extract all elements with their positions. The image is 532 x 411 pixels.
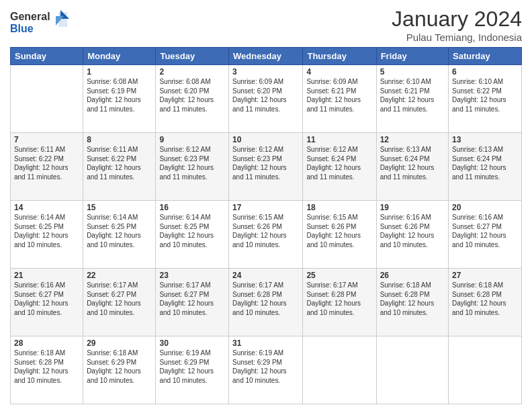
calendar-cell: 18Sunrise: 6:15 AM Sunset: 6:26 PM Dayli…	[303, 201, 376, 269]
day-info: Sunrise: 6:12 AM Sunset: 6:24 PM Dayligh…	[306, 145, 372, 181]
calendar-cell	[11, 65, 83, 133]
day-number: 12	[380, 135, 445, 144]
logo-area: General Blue	[10, 7, 71, 39]
col-friday: Friday	[376, 48, 448, 65]
day-info: Sunrise: 6:12 AM Sunset: 6:23 PM Dayligh…	[159, 145, 225, 181]
day-number: 17	[232, 203, 299, 212]
day-number: 22	[87, 271, 152, 280]
day-number: 23	[159, 271, 225, 280]
day-number: 29	[87, 338, 152, 348]
calendar-week-row: 28Sunrise: 6:18 AM Sunset: 6:28 PM Dayli…	[11, 336, 522, 404]
calendar-cell: 20Sunrise: 6:16 AM Sunset: 6:27 PM Dayli…	[449, 201, 522, 269]
day-info: Sunrise: 6:09 AM Sunset: 6:21 PM Dayligh…	[306, 77, 372, 113]
day-info: Sunrise: 6:18 AM Sunset: 6:28 PM Dayligh…	[452, 281, 518, 317]
day-info: Sunrise: 6:17 AM Sunset: 6:28 PM Dayligh…	[232, 281, 299, 317]
calendar-cell: 13Sunrise: 6:13 AM Sunset: 6:24 PM Dayli…	[449, 133, 522, 201]
calendar-cell: 28Sunrise: 6:18 AM Sunset: 6:28 PM Dayli…	[11, 336, 83, 404]
day-info: Sunrise: 6:16 AM Sunset: 6:27 PM Dayligh…	[452, 213, 518, 249]
calendar-cell: 17Sunrise: 6:15 AM Sunset: 6:26 PM Dayli…	[229, 201, 303, 269]
svg-text:Blue: Blue	[10, 23, 34, 34]
day-info: Sunrise: 6:14 AM Sunset: 6:25 PM Dayligh…	[87, 213, 152, 249]
day-number: 19	[380, 203, 445, 212]
day-info: Sunrise: 6:17 AM Sunset: 6:27 PM Dayligh…	[87, 281, 152, 317]
col-thursday: Thursday	[303, 48, 376, 65]
day-info: Sunrise: 6:14 AM Sunset: 6:25 PM Dayligh…	[159, 213, 225, 249]
calendar-cell: 7Sunrise: 6:11 AM Sunset: 6:22 PM Daylig…	[11, 133, 83, 201]
day-number: 27	[452, 271, 518, 280]
calendar-week-row: 14Sunrise: 6:14 AM Sunset: 6:25 PM Dayli…	[11, 201, 522, 269]
calendar-cell: 21Sunrise: 6:16 AM Sunset: 6:27 PM Dayli…	[11, 269, 83, 336]
calendar-cell: 26Sunrise: 6:18 AM Sunset: 6:28 PM Dayli…	[376, 269, 448, 336]
calendar-cell: 2Sunrise: 6:08 AM Sunset: 6:20 PM Daylig…	[156, 65, 229, 133]
col-wednesday: Wednesday	[229, 48, 303, 65]
day-info: Sunrise: 6:10 AM Sunset: 6:22 PM Dayligh…	[452, 77, 518, 113]
calendar-cell: 29Sunrise: 6:18 AM Sunset: 6:29 PM Dayli…	[83, 336, 156, 404]
day-number: 15	[87, 203, 152, 212]
day-info: Sunrise: 6:08 AM Sunset: 6:19 PM Dayligh…	[87, 77, 152, 113]
calendar-cell: 15Sunrise: 6:14 AM Sunset: 6:25 PM Dayli…	[83, 201, 156, 269]
calendar-cell: 10Sunrise: 6:12 AM Sunset: 6:23 PM Dayli…	[229, 133, 303, 201]
day-info: Sunrise: 6:17 AM Sunset: 6:28 PM Dayligh…	[306, 281, 372, 317]
calendar-cell: 31Sunrise: 6:19 AM Sunset: 6:29 PM Dayli…	[229, 336, 303, 404]
day-info: Sunrise: 6:15 AM Sunset: 6:26 PM Dayligh…	[232, 213, 299, 249]
location-title: Pulau Temiang, Indonesia	[392, 32, 522, 43]
day-number: 7	[14, 135, 79, 144]
calendar-cell: 11Sunrise: 6:12 AM Sunset: 6:24 PM Dayli…	[303, 133, 376, 201]
calendar-cell: 25Sunrise: 6:17 AM Sunset: 6:28 PM Dayli…	[303, 269, 376, 336]
day-info: Sunrise: 6:15 AM Sunset: 6:26 PM Dayligh…	[306, 213, 372, 249]
header-row: Sunday Monday Tuesday Wednesday Thursday…	[11, 48, 522, 65]
day-info: Sunrise: 6:18 AM Sunset: 6:28 PM Dayligh…	[380, 281, 445, 317]
calendar-cell: 19Sunrise: 6:16 AM Sunset: 6:26 PM Dayli…	[376, 201, 448, 269]
calendar-week-row: 1Sunrise: 6:08 AM Sunset: 6:19 PM Daylig…	[11, 65, 522, 133]
page-header: General Blue January 2024 Pulau Temiang,…	[10, 7, 522, 43]
calendar-table: Sunday Monday Tuesday Wednesday Thursday…	[10, 47, 522, 404]
calendar-cell: 6Sunrise: 6:10 AM Sunset: 6:22 PM Daylig…	[449, 65, 522, 133]
calendar-cell	[449, 336, 522, 404]
calendar-cell: 4Sunrise: 6:09 AM Sunset: 6:21 PM Daylig…	[303, 65, 376, 133]
day-number: 5	[380, 67, 445, 77]
day-number: 13	[452, 135, 518, 144]
day-info: Sunrise: 6:10 AM Sunset: 6:21 PM Dayligh…	[380, 77, 445, 113]
calendar-cell	[303, 336, 376, 404]
calendar-cell: 24Sunrise: 6:17 AM Sunset: 6:28 PM Dayli…	[229, 269, 303, 336]
title-area: January 2024 Pulau Temiang, Indonesia	[392, 7, 522, 43]
day-info: Sunrise: 6:17 AM Sunset: 6:27 PM Dayligh…	[159, 281, 225, 317]
calendar-cell	[376, 336, 448, 404]
col-saturday: Saturday	[449, 48, 522, 65]
day-number: 20	[452, 203, 518, 212]
day-number: 8	[87, 135, 152, 144]
calendar-cell: 3Sunrise: 6:09 AM Sunset: 6:20 PM Daylig…	[229, 65, 303, 133]
day-info: Sunrise: 6:19 AM Sunset: 6:29 PM Dayligh…	[159, 349, 225, 385]
day-info: Sunrise: 6:16 AM Sunset: 6:26 PM Dayligh…	[380, 213, 445, 249]
day-number: 26	[380, 271, 445, 280]
calendar-cell: 5Sunrise: 6:10 AM Sunset: 6:21 PM Daylig…	[376, 65, 448, 133]
day-info: Sunrise: 6:16 AM Sunset: 6:27 PM Dayligh…	[14, 281, 79, 317]
calendar-cell: 1Sunrise: 6:08 AM Sunset: 6:19 PM Daylig…	[83, 65, 156, 133]
day-number: 25	[306, 271, 372, 280]
calendar-week-row: 7Sunrise: 6:11 AM Sunset: 6:22 PM Daylig…	[11, 133, 522, 201]
calendar-page: General Blue January 2024 Pulau Temiang,…	[0, 0, 532, 411]
col-tuesday: Tuesday	[156, 48, 229, 65]
calendar-week-row: 21Sunrise: 6:16 AM Sunset: 6:27 PM Dayli…	[11, 269, 522, 336]
day-number: 21	[14, 271, 79, 280]
day-number: 6	[452, 67, 518, 77]
day-number: 9	[159, 135, 225, 144]
calendar-cell: 30Sunrise: 6:19 AM Sunset: 6:29 PM Dayli…	[156, 336, 229, 404]
day-info: Sunrise: 6:11 AM Sunset: 6:22 PM Dayligh…	[14, 145, 79, 181]
day-number: 24	[232, 271, 299, 280]
day-info: Sunrise: 6:13 AM Sunset: 6:24 PM Dayligh…	[452, 145, 518, 181]
col-sunday: Sunday	[11, 48, 83, 65]
calendar-cell: 8Sunrise: 6:11 AM Sunset: 6:22 PM Daylig…	[83, 133, 156, 201]
calendar-cell: 9Sunrise: 6:12 AM Sunset: 6:23 PM Daylig…	[156, 133, 229, 201]
day-number: 31	[232, 338, 299, 348]
day-number: 18	[306, 203, 372, 212]
day-number: 14	[14, 203, 79, 212]
day-number: 3	[232, 67, 299, 77]
day-number: 4	[306, 67, 372, 77]
calendar-cell: 16Sunrise: 6:14 AM Sunset: 6:25 PM Dayli…	[156, 201, 229, 269]
calendar-cell: 12Sunrise: 6:13 AM Sunset: 6:24 PM Dayli…	[376, 133, 448, 201]
day-info: Sunrise: 6:18 AM Sunset: 6:29 PM Dayligh…	[87, 349, 152, 385]
day-info: Sunrise: 6:18 AM Sunset: 6:28 PM Dayligh…	[14, 349, 79, 385]
day-number: 16	[159, 203, 225, 212]
day-number: 10	[232, 135, 299, 144]
